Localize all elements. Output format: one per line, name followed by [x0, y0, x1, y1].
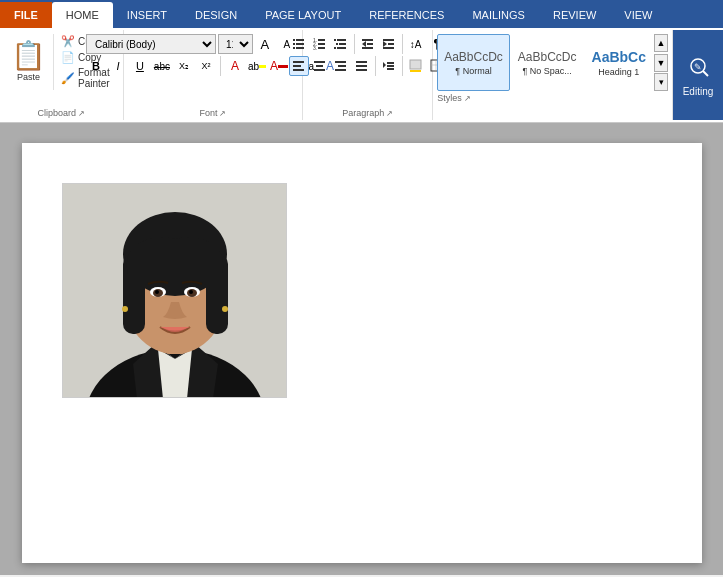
- numbering-button[interactable]: 1.2.3.: [310, 34, 330, 54]
- font-name-select[interactable]: Calibri (Body): [86, 34, 216, 54]
- styles-scroll-up[interactable]: ▲: [654, 34, 668, 52]
- svg-text:✎: ✎: [694, 62, 702, 72]
- svg-line-48: [703, 71, 708, 76]
- svg-rect-13: [337, 39, 346, 41]
- font-group: Calibri (Body) 11 A A B I U abc X₂ X² A …: [124, 30, 303, 120]
- svg-rect-39: [387, 62, 394, 64]
- para-sep-1: [354, 34, 355, 54]
- tab-design[interactable]: DESIGN: [181, 2, 251, 28]
- svg-rect-20: [367, 43, 373, 45]
- clear-format-button[interactable]: A: [225, 56, 245, 76]
- grow-font-button[interactable]: A: [255, 34, 275, 54]
- style-no-spacing[interactable]: AaBbCcDc ¶ No Spac...: [511, 34, 584, 91]
- svg-rect-1: [296, 39, 304, 41]
- style-heading1-label: Heading 1: [598, 67, 639, 77]
- para-sep-4: [402, 56, 403, 76]
- tab-mailings[interactable]: MAILINGS: [458, 2, 539, 28]
- tab-review[interactable]: REVIEW: [539, 2, 610, 28]
- justify-button[interactable]: [352, 56, 372, 76]
- svg-rect-28: [293, 69, 304, 71]
- svg-rect-11: [318, 47, 325, 49]
- increase-indent-button[interactable]: [379, 34, 399, 54]
- style-normal-preview: AaBbCcDc: [444, 50, 503, 64]
- para-row-2: [289, 56, 447, 76]
- editing-group[interactable]: ✎ Editing: [673, 30, 723, 120]
- ribbon: 📋 Paste ✂️ Cut 📄 Copy 🖌️ Format Painter: [0, 28, 723, 123]
- styles-scroll-controls: ▲ ▼ ▾: [654, 34, 668, 91]
- styles-scroll-down[interactable]: ▼: [654, 54, 668, 72]
- clipboard-expand-icon[interactable]: ↗: [78, 109, 85, 118]
- shading-button[interactable]: [406, 56, 426, 76]
- svg-rect-31: [314, 69, 325, 71]
- paste-button[interactable]: 📋 Paste: [4, 34, 54, 90]
- styles-group: AaBbCcDc ¶ Normal AaBbCcDc ¶ No Spac... …: [433, 30, 673, 120]
- strikethrough-button[interactable]: abc: [152, 56, 172, 76]
- tab-references[interactable]: REFERENCES: [355, 2, 458, 28]
- font-size-select[interactable]: 11: [218, 34, 253, 54]
- tab-page-layout[interactable]: PAGE LAYOUT: [251, 2, 355, 28]
- svg-rect-9: [318, 43, 325, 45]
- highlight-button[interactable]: ab: [247, 56, 267, 76]
- subscript-button[interactable]: X₂: [174, 56, 194, 76]
- tab-view[interactable]: VIEW: [610, 2, 666, 28]
- styles-expand-icon[interactable]: ↗: [464, 94, 471, 103]
- format-painter-icon: 🖌️: [61, 72, 75, 85]
- svg-marker-22: [383, 41, 387, 47]
- align-right-button[interactable]: [331, 56, 351, 76]
- svg-text:3.: 3.: [313, 45, 317, 51]
- svg-rect-43: [410, 70, 421, 72]
- svg-rect-19: [362, 39, 373, 41]
- bold-button[interactable]: B: [86, 56, 106, 76]
- svg-rect-21: [362, 47, 373, 49]
- paste-icon: 📋: [11, 42, 46, 70]
- svg-rect-42: [410, 60, 421, 69]
- copy-icon: 📄: [61, 51, 75, 64]
- paragraph-expand-icon[interactable]: ↗: [386, 109, 393, 118]
- paragraph-group: 1.2.3. ↕A ¶: [303, 30, 433, 120]
- svg-marker-38: [383, 62, 386, 68]
- tab-insert[interactable]: INSERT: [113, 2, 181, 28]
- svg-rect-34: [335, 69, 346, 71]
- editing-label: Editing: [683, 86, 714, 97]
- underline-button[interactable]: U: [130, 56, 150, 76]
- line-spacing-button[interactable]: [379, 56, 399, 76]
- svg-rect-36: [356, 65, 367, 67]
- svg-rect-25: [383, 47, 394, 49]
- svg-rect-12: [334, 39, 336, 41]
- svg-rect-14: [336, 43, 338, 45]
- decrease-indent-button[interactable]: [358, 34, 378, 54]
- editing-icon: ✎: [684, 54, 712, 82]
- svg-rect-7: [318, 39, 325, 41]
- sort-button[interactable]: ↕A: [406, 34, 426, 54]
- paragraph-controls: 1.2.3. ↕A ¶: [289, 34, 447, 106]
- separator-1: [220, 56, 221, 76]
- svg-rect-5: [296, 47, 304, 49]
- svg-point-66: [122, 306, 128, 312]
- font-expand-icon[interactable]: ↗: [219, 109, 226, 118]
- italic-button[interactable]: I: [108, 56, 128, 76]
- multilevel-list-button[interactable]: [331, 34, 351, 54]
- styles-expand-gallery[interactable]: ▾: [654, 73, 668, 91]
- photo-svg: [63, 184, 287, 398]
- font-color-button[interactable]: A: [269, 56, 289, 76]
- paste-label: Paste: [17, 72, 40, 82]
- styles-label: Styles ↗: [437, 91, 653, 103]
- para-sep-3: [375, 56, 376, 76]
- style-normal-label: ¶ Normal: [455, 66, 491, 76]
- paragraph-label: Paragraph ↗: [342, 106, 393, 118]
- svg-marker-18: [362, 41, 366, 47]
- style-heading1[interactable]: AaBbCc Heading 1: [585, 34, 653, 91]
- align-center-button[interactable]: [310, 56, 330, 76]
- svg-rect-23: [383, 39, 394, 41]
- cut-icon: ✂️: [61, 35, 75, 48]
- para-row-1: 1.2.3. ↕A ¶: [289, 34, 447, 54]
- superscript-button[interactable]: X²: [196, 56, 216, 76]
- tab-bar: FILE HOME INSERT DESIGN PAGE LAYOUT REFE…: [0, 0, 723, 28]
- style-normal[interactable]: AaBbCcDc ¶ Normal: [437, 34, 510, 91]
- bullets-button[interactable]: [289, 34, 309, 54]
- clipboard-label: Clipboard ↗: [38, 106, 86, 118]
- align-left-button[interactable]: [289, 56, 309, 76]
- style-no-spacing-preview: AaBbCcDc: [518, 50, 577, 64]
- tab-file[interactable]: FILE: [0, 2, 52, 28]
- tab-home[interactable]: HOME: [52, 2, 113, 28]
